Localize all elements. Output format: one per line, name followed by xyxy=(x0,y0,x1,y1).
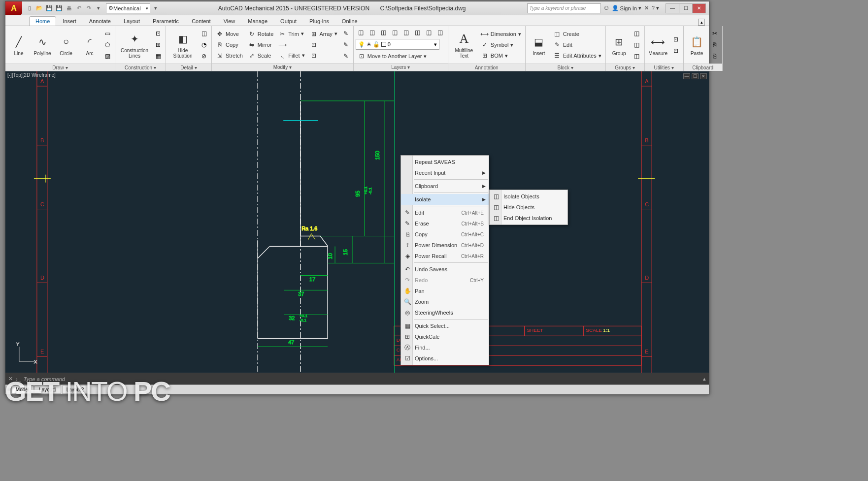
drawing-area[interactable]: [-][Top][2D Wireframe] — ☐ ✕ xyxy=(5,71,709,373)
workspace-selector[interactable]: ⚙ Mechanical xyxy=(106,3,150,13)
det1-icon[interactable]: ◫ xyxy=(199,28,209,39)
ctx-erase[interactable]: ✎EraseCtrl+Alt+S xyxy=(401,218,489,229)
ctx-edit[interactable]: ✎EditCtrl+Alt+E xyxy=(401,207,489,218)
tab-annotate[interactable]: Annotate xyxy=(83,16,117,26)
tab-parametric[interactable]: Parametric xyxy=(146,16,185,26)
ctx-options-[interactable]: ☑Options... xyxy=(401,353,489,364)
ctx-sub-hide-objects[interactable]: ◫Hide Objects xyxy=(490,202,568,213)
ctx-steeringwheels[interactable]: ◎SteeringWheels xyxy=(401,307,489,318)
extend-button[interactable]: ⟶Ext xyxy=(276,39,306,50)
rect-icon[interactable]: ▭ xyxy=(102,28,113,39)
qat-open-icon[interactable]: 📂 xyxy=(35,4,44,13)
scale-button[interactable]: ⤢Scale xyxy=(246,50,275,61)
cons1-icon[interactable]: ⊡ xyxy=(153,28,164,39)
panel-modify-title[interactable]: Modify ▾ xyxy=(212,63,353,71)
c2-icon[interactable]: ⎘ xyxy=(709,39,720,50)
m1-icon[interactable]: ✎ xyxy=(340,28,351,39)
measure-button[interactable]: ⟷Measure xyxy=(647,27,669,63)
l5-icon[interactable]: ◫ xyxy=(401,27,412,38)
construction-lines-button[interactable]: ✦Construction Lines xyxy=(117,27,152,63)
m2-icon[interactable]: ✎ xyxy=(340,39,351,50)
hide-situation-button[interactable]: ◧Hide Situation xyxy=(168,27,198,63)
ctx-pan[interactable]: ✋Pan xyxy=(401,286,489,296)
ctx-quickcalc[interactable]: ⊞QuickCalc xyxy=(401,331,489,342)
circle-button[interactable]: ○Circle xyxy=(55,27,77,63)
g1-icon[interactable]: ◫ xyxy=(632,28,642,39)
insert-button[interactable]: ⬓Insert xyxy=(528,27,550,63)
trim-button[interactable]: ✂Trim ▾ xyxy=(276,29,306,39)
layout-tab-2[interactable]: Layout2 xyxy=(62,385,89,394)
help-search-input[interactable]: Type a keyword or phrase xyxy=(527,3,601,13)
array-button[interactable]: ⊞Array ▾ xyxy=(308,29,339,39)
symbol-button[interactable]: ✓Symbol ▾ xyxy=(479,39,523,50)
l1-icon[interactable]: ◫ xyxy=(356,27,367,38)
ctx-quick-select-[interactable]: ▦Quick Select... xyxy=(401,321,489,331)
polyline-button[interactable]: ∿Polyline xyxy=(31,27,54,63)
paste-button[interactable]: 📋Paste xyxy=(686,27,708,63)
panel-draw-title[interactable]: Draw ▾ xyxy=(5,64,115,71)
cons3-icon[interactable]: ▦ xyxy=(153,51,164,62)
cmd-chevron-icon[interactable]: ›_ xyxy=(16,376,21,382)
l7-icon[interactable]: ◫ xyxy=(424,27,434,38)
hatch-icon[interactable]: ▨ xyxy=(102,51,113,62)
stretch-button[interactable]: ⇲Stretch xyxy=(214,50,245,61)
ribbon-minimize-icon[interactable]: ▴ xyxy=(698,19,705,26)
qat-more-icon[interactable]: ▾ xyxy=(94,4,103,13)
move-button[interactable]: ✥Move xyxy=(214,29,245,39)
qat-saveas-icon[interactable]: 💾 xyxy=(55,4,64,13)
ltab-menu-icon[interactable]: ≡ xyxy=(7,387,10,392)
move-to-layer-button[interactable]: ⊡Move to Another Layer ▾ xyxy=(356,51,429,62)
m3-icon[interactable]: ✎ xyxy=(340,51,351,62)
command-input[interactable]: Type a command xyxy=(24,376,319,382)
tab-manage[interactable]: Manage xyxy=(241,16,274,26)
panel-clipboard-title[interactable]: Clipboard xyxy=(684,64,722,71)
tab-home[interactable]: Home xyxy=(29,16,56,26)
mod-x1[interactable]: ⊡ xyxy=(308,39,339,50)
l2-icon[interactable]: ◫ xyxy=(367,27,378,38)
workspace-dropdown-icon[interactable]: ▾ xyxy=(151,4,160,13)
panel-detail-title[interactable]: Detail ▾ xyxy=(166,64,211,71)
arc-button[interactable]: ◜Arc xyxy=(78,27,101,63)
ctx-zoom[interactable]: 🔍Zoom xyxy=(401,296,489,307)
login-icon[interactable]: ⚇ xyxy=(604,5,609,11)
fillet-button[interactable]: ◟Fillet ▾ xyxy=(276,50,306,61)
panel-utilities-title[interactable]: Utilities ▾ xyxy=(645,64,683,71)
close-button[interactable]: ✕ xyxy=(692,3,706,13)
ctx-repeat-saveas[interactable]: Repeat SAVEAS xyxy=(401,157,489,167)
l8-icon[interactable]: ◫ xyxy=(435,27,446,38)
panel-construction-title[interactable]: Construction ▾ xyxy=(115,64,166,71)
mod-x2[interactable]: ⊡ xyxy=(308,50,339,61)
layer-selector[interactable]: 💡☀🔓 0 ▾ xyxy=(356,39,439,50)
group-button[interactable]: ⊞Group xyxy=(608,27,631,63)
ctx-power-dimension[interactable]: ⟟Power DimensionCtrl+Alt+D xyxy=(401,240,489,251)
edit-button[interactable]: ✎Edit xyxy=(551,39,603,50)
maximize-button[interactable]: ☐ xyxy=(679,3,693,13)
tab-layout[interactable]: Layout xyxy=(117,16,146,26)
u2-icon[interactable]: ⊡ xyxy=(670,45,681,56)
qat-redo-icon[interactable]: ↷ xyxy=(84,4,93,13)
u1-icon[interactable]: ⊡ xyxy=(670,34,681,45)
qat-undo-icon[interactable]: ↶ xyxy=(74,4,83,13)
g2-icon[interactable]: ◫ xyxy=(632,39,642,50)
qat-save-icon[interactable]: 💾 xyxy=(45,4,54,13)
poly-icon[interactable]: ⬠ xyxy=(102,39,113,50)
ctx-isolate[interactable]: Isolate▶ xyxy=(401,194,489,205)
tab-plugins[interactable]: Plug-ins xyxy=(303,16,335,26)
app-logo-icon[interactable]: A xyxy=(5,1,22,15)
l3-icon[interactable]: ◫ xyxy=(378,27,389,38)
ctx-sub-isolate-objects[interactable]: ◫Isolate Objects xyxy=(490,191,568,202)
edit-attrs-button[interactable]: ☰Edit Attributes ▾ xyxy=(551,50,603,61)
tab-insert[interactable]: Insert xyxy=(56,16,83,26)
panel-block-title[interactable]: Block ▾ xyxy=(526,64,605,71)
layout-tab-model[interactable]: Model xyxy=(11,385,33,394)
tab-content[interactable]: Content xyxy=(185,16,217,26)
det2-icon[interactable]: ◔ xyxy=(199,39,209,50)
exchange-icon[interactable]: ✕ xyxy=(644,5,649,11)
sign-in-button[interactable]: 👤 Sign In ▾ xyxy=(612,5,641,11)
l4-icon[interactable]: ◫ xyxy=(390,27,401,38)
copy-button[interactable]: ⎘Copy xyxy=(214,39,245,50)
tab-view[interactable]: View xyxy=(217,16,242,26)
tab-online[interactable]: Online xyxy=(335,16,364,26)
mtext-button[interactable]: AMultiline Text xyxy=(450,27,478,63)
c3-icon[interactable]: ⎘ xyxy=(709,51,720,62)
